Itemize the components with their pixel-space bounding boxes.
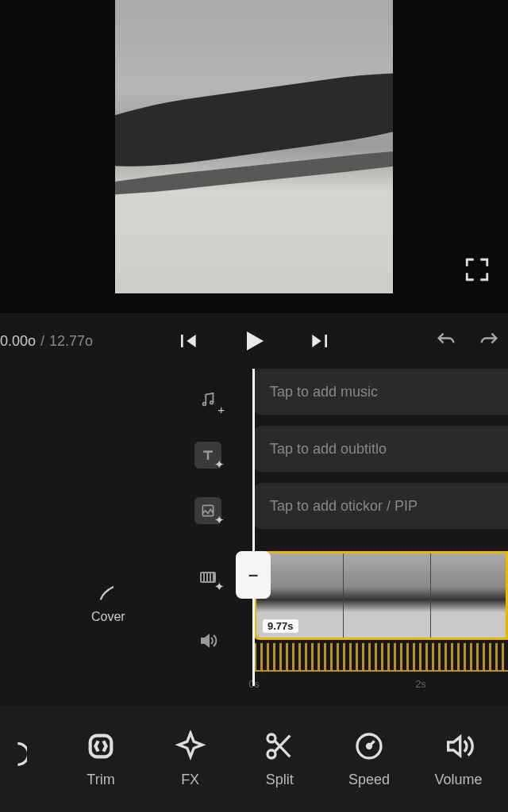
video-clip-track[interactable]: 9.77s (254, 551, 508, 640)
add-music-icon[interactable]: + (194, 386, 221, 413)
time-separator: / (40, 333, 44, 350)
svg-point-5 (267, 734, 275, 742)
subtitle-track[interactable]: Tap to add oubtitlo (254, 426, 508, 472)
playhead[interactable] (252, 369, 255, 686)
fullscreen-button[interactable] (464, 256, 491, 283)
audio-track-icon[interactable] (194, 627, 221, 654)
svg-point-1 (210, 401, 214, 404)
svg-point-8 (367, 744, 371, 748)
subtitle-track-hint: Tap to add oubtitlo (270, 441, 387, 458)
ruler-tick: 2s (415, 678, 426, 690)
plus-icon: ✦ (214, 513, 225, 527)
plus-icon: ✦ (214, 580, 225, 594)
plus-icon: ✦ (214, 458, 225, 472)
play-button[interactable] (240, 327, 268, 355)
tool-button-unknown[interactable] (0, 738, 43, 779)
fx-button[interactable]: FX (159, 730, 222, 788)
time-current: 0.00o (0, 333, 36, 350)
audio-waveform[interactable] (254, 643, 508, 672)
tool-label: Volume (435, 772, 483, 788)
playback-controls: 0.00o / 12.77o (0, 313, 508, 369)
redo-button[interactable] (478, 330, 500, 352)
clip-trim-handle[interactable]: – (236, 551, 271, 599)
sticker-track[interactable]: Tap to add otickor / PIP (254, 483, 508, 529)
sticker-track-hint: Tap to add otickor / PIP (270, 498, 418, 515)
tool-label: Split (266, 772, 294, 788)
speed-button[interactable]: Speed (337, 730, 401, 788)
svg-point-0 (203, 403, 206, 406)
plus-icon: + (217, 403, 225, 416)
preview-frame[interactable] (115, 0, 393, 293)
clip-duration-badge: 9.77s (263, 619, 298, 633)
skip-previous-button[interactable] (175, 328, 200, 354)
tool-label: Trim (87, 772, 114, 788)
music-track[interactable]: Tap to add music (254, 369, 508, 415)
bottom-toolbar: Trim FX Split Speed Volume (0, 706, 508, 812)
video-preview-area (0, 0, 508, 313)
clip-thumbnail[interactable] (344, 553, 431, 638)
add-sticker-icon[interactable]: ✦ (194, 497, 221, 524)
skip-next-button[interactable] (308, 328, 333, 354)
filmstrip-icon[interactable]: ✦ (194, 564, 221, 591)
time-ruler[interactable]: 0s 2s (254, 678, 508, 702)
svg-rect-4 (90, 735, 112, 756)
clip-thumbnail[interactable] (431, 553, 508, 638)
tool-label: Speed (348, 772, 390, 788)
tool-label: FX (181, 772, 199, 788)
split-button[interactable]: Split (248, 730, 311, 788)
time-display: 0.00o / 12.77o (0, 333, 93, 350)
music-track-hint: Tap to add music (270, 384, 378, 400)
undo-button[interactable] (435, 330, 457, 352)
time-total: 12.77o (49, 333, 93, 350)
trim-button[interactable]: Trim (69, 730, 133, 788)
cover-button[interactable]: Cover (91, 581, 125, 624)
volume-button[interactable]: Volume (427, 730, 491, 788)
svg-point-6 (267, 750, 275, 758)
timeline-area: Cover + ✦ ✦ ✦ Tap to add music Tap to ad… (0, 369, 508, 706)
cover-label: Cover (91, 610, 125, 624)
add-text-icon[interactable]: ✦ (194, 442, 221, 469)
